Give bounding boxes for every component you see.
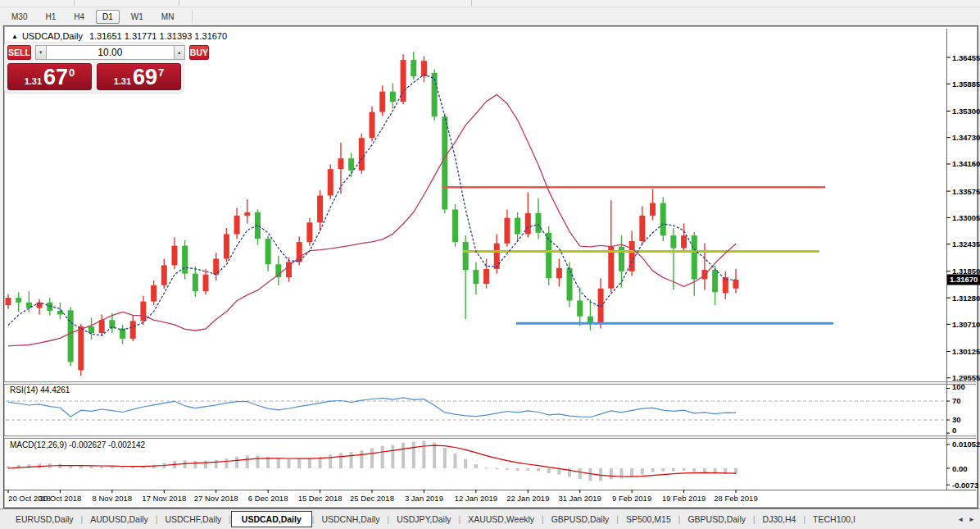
horizontal-lines[interactable] xyxy=(442,187,833,323)
price-axis-label: 1.34160 xyxy=(952,159,980,168)
sell-price-big: 67 xyxy=(43,66,68,89)
macd-axis-label: 0.00 xyxy=(952,464,968,473)
macd-histogram-bar xyxy=(184,460,187,468)
candle-down xyxy=(692,235,697,279)
candle-up xyxy=(421,61,427,76)
macd-histogram-bar xyxy=(58,464,61,468)
date-axis-label: 31 Jan 2019 xyxy=(559,494,601,503)
candle-up xyxy=(338,158,343,169)
rsi-axis-label: 70 xyxy=(952,396,961,405)
date-axis-label: 17 Nov 2018 xyxy=(142,494,186,503)
chart-tab-sp500-m15[interactable]: SP500,M15 xyxy=(619,512,678,527)
macd-histogram-bar xyxy=(672,468,675,471)
price-axis[interactable]: 1.364551.358851.353001.347301.341601.335… xyxy=(946,53,980,383)
candle-down xyxy=(473,270,479,284)
date-axis-label: 6 Dec 2018 xyxy=(248,494,288,503)
macd-histogram-bar xyxy=(485,467,488,468)
macd-histogram-bar xyxy=(516,468,519,471)
macd-histogram-bar xyxy=(422,441,425,468)
candle-up xyxy=(99,320,105,333)
tab-scroll-left-icon[interactable]: ◄ xyxy=(957,516,964,523)
buy-button[interactable]: BUY xyxy=(189,45,209,60)
symbol-label: USDCAD,Daily xyxy=(22,31,83,41)
macd-histogram-bar xyxy=(433,443,436,468)
candle-down xyxy=(265,239,271,264)
macd-histogram-bar xyxy=(412,442,415,468)
volume-down-icon[interactable]: ▼ xyxy=(35,45,47,60)
chart-tabs: EURUSD,Daily|AUDUSD,Daily|USDCHF,Daily|U… xyxy=(8,512,863,527)
chart-tab-audusd-daily[interactable]: AUDUSD,Daily xyxy=(83,512,156,527)
volume-input[interactable] xyxy=(47,45,174,60)
candle-down xyxy=(535,213,541,233)
macd-histogram-bar xyxy=(391,445,394,468)
price-axis-label: 1.32435 xyxy=(952,239,980,249)
candle-down xyxy=(712,270,718,292)
chart-tab-xauusd-weekly[interactable]: XAUUSD,Weekly xyxy=(461,512,542,527)
candle-up xyxy=(78,326,84,370)
chart-tab-gbpusd-daily[interactable]: GBPUSD,Daily xyxy=(544,512,617,527)
candle-down xyxy=(588,317,593,322)
macd-histogram-bar xyxy=(297,459,301,468)
date-axis-label: 28 Feb 2019 xyxy=(714,494,757,503)
date-axis-label: 30 Oct 2018 xyxy=(39,494,82,503)
macd-histogram-bar xyxy=(619,468,623,479)
rsi-label: RSI(14) 44.4261 xyxy=(10,385,70,394)
sell-price-prefix: 1.31 xyxy=(25,76,42,86)
macd-histogram-bar xyxy=(578,468,582,479)
sell-price-box[interactable]: 1.31 67 0 xyxy=(7,63,92,90)
price-axis-label: 1.33005 xyxy=(952,213,980,222)
macd-histogram-bar xyxy=(256,455,259,468)
candle-down xyxy=(660,203,666,236)
candle-down xyxy=(567,268,573,301)
macd-histogram-bar xyxy=(506,468,509,470)
macd-histogram-bar xyxy=(651,468,655,472)
chart-tab-eurusd-daily[interactable]: EURUSD,Daily xyxy=(8,512,81,527)
macd-histogram-bar xyxy=(588,468,592,481)
price-axis-label: 1.35885 xyxy=(952,80,980,89)
price-axis-label: 1.35300 xyxy=(952,107,980,116)
chart-tab-dj30-h4[interactable]: DJ30,H4 xyxy=(755,512,804,527)
buy-price-prefix: 1.31 xyxy=(114,76,131,86)
macd-histogram-bar xyxy=(381,446,384,468)
candles-layer xyxy=(6,52,739,376)
chart-tab-usdcad-daily[interactable]: USDCAD,Daily xyxy=(231,511,312,527)
macd-histogram-bar xyxy=(402,443,405,468)
candle-up xyxy=(203,275,209,291)
macd-histogram-bar xyxy=(630,468,633,477)
chart-tab-tech100-i[interactable]: TECH100,I xyxy=(805,512,863,527)
volume-up-icon[interactable]: ▲ xyxy=(174,45,185,60)
chart-tab-gbpusd-daily[interactable]: GBPUSD,Daily xyxy=(680,512,753,527)
macd-histogram-bar xyxy=(193,461,197,468)
collapse-triangle-icon[interactable]: ▲ xyxy=(11,33,18,40)
current-price-label: 1.31670 xyxy=(950,275,978,284)
macd-histogram-bar xyxy=(277,458,280,468)
chart-tab-usdchf-daily[interactable]: USDCHF,Daily xyxy=(157,512,229,527)
date-axis[interactable]: 20 Oct 201830 Oct 20188 Nov 201817 Nov 2… xyxy=(8,490,758,503)
macd-histogram-bar xyxy=(215,460,218,468)
candle-up xyxy=(608,247,614,289)
macd-histogram-bar xyxy=(308,458,311,468)
candle-up xyxy=(733,280,739,289)
candle-up xyxy=(504,218,510,244)
macd-histogram-bar xyxy=(350,452,353,468)
ohlc-values: 1.31651 1.31771 1.31393 1.31670 xyxy=(89,31,227,41)
macd-histogram-bar xyxy=(288,459,291,468)
candle-up xyxy=(317,195,323,222)
buy-price-box[interactable]: 1.31 69 7 xyxy=(97,63,181,90)
price-axis-label: 1.34730 xyxy=(952,133,980,142)
candle-up xyxy=(525,213,531,234)
tab-scroll-right-icon[interactable]: ► xyxy=(969,516,975,523)
candle-down xyxy=(348,158,354,171)
macd-histogram-bar xyxy=(526,468,529,471)
chart-tab-usdcnh-daily[interactable]: USDCNH,Daily xyxy=(314,512,387,527)
date-axis-label: 15 Dec 2018 xyxy=(298,494,343,503)
date-axis-label: 19 Feb 2019 xyxy=(662,494,706,503)
candle-up xyxy=(244,212,250,216)
macd-histogram-bar xyxy=(568,468,571,477)
sell-button[interactable]: SELL xyxy=(7,45,31,60)
macd-histogram-bar xyxy=(370,449,374,468)
macd-histogram-bar xyxy=(683,468,686,471)
macd-histogram-bar xyxy=(474,464,478,468)
chart-tab-usdjpy-daily[interactable]: USDJPY,Daily xyxy=(389,512,458,527)
candle-up xyxy=(328,169,333,195)
